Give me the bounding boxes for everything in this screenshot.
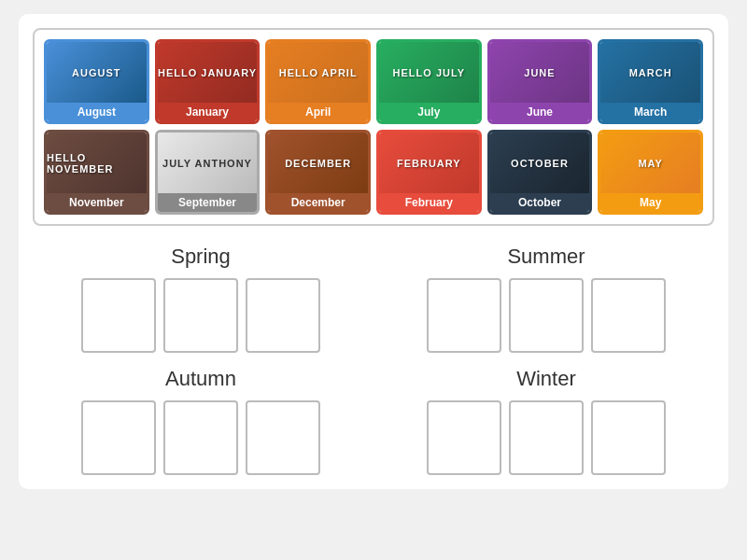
month-tile-may[interactable]: MAYMay (598, 130, 703, 215)
month-tile-march[interactable]: MarchMarch (598, 39, 703, 124)
season-boxes-winter (427, 400, 666, 475)
month-label-september: September (158, 193, 258, 212)
month-label-december: December (268, 193, 368, 212)
month-tile-december[interactable]: DecemberDecember (265, 130, 371, 215)
month-tile-september[interactable]: July AnthonySeptember (155, 130, 261, 215)
month-tile-august[interactable]: AUGUSTAugust (44, 39, 149, 124)
season-group-winter: Winter (388, 367, 705, 475)
season-group-summer: Summer (388, 245, 705, 353)
month-label-january: January (158, 103, 258, 121)
drop-box-winter-1[interactable] (509, 400, 584, 475)
month-label-may: May (600, 193, 700, 212)
month-label-april: April (268, 103, 368, 121)
season-boxes-summer (427, 278, 666, 353)
season-title-winter: Winter (516, 367, 576, 391)
season-group-spring: Spring (42, 245, 359, 353)
season-boxes-autumn (81, 400, 320, 475)
drop-box-summer-2[interactable] (591, 278, 666, 353)
drop-box-winter-2[interactable] (591, 400, 666, 475)
season-title-autumn: Autumn (165, 367, 236, 391)
drop-box-spring-2[interactable] (246, 278, 320, 353)
drop-box-summer-1[interactable] (509, 278, 584, 353)
drop-box-spring-1[interactable] (163, 278, 238, 353)
main-container: AUGUSTAugustHELLO JANUARYJanuaryHello Ap… (19, 14, 728, 489)
month-label-november: November (47, 193, 147, 212)
season-title-spring: Spring (171, 245, 231, 269)
month-label-march: March (600, 103, 700, 121)
month-tile-february[interactable]: FEBRUARYFebruary (376, 130, 482, 215)
month-tile-january[interactable]: HELLO JANUARYJanuary (155, 39, 261, 124)
month-tile-july[interactable]: Hello JULYJuly (376, 39, 482, 124)
drop-box-autumn-0[interactable] (81, 400, 156, 475)
month-label-june: June (490, 103, 590, 121)
months-grid: AUGUSTAugustHELLO JANUARYJanuaryHello Ap… (33, 28, 714, 226)
month-label-october: October (490, 193, 590, 212)
month-tile-june[interactable]: JUNEJune (487, 39, 593, 124)
month-tile-april[interactable]: Hello AprilApril (265, 39, 371, 124)
month-label-february: February (379, 193, 479, 212)
month-tile-october[interactable]: OctoberOctober (487, 130, 593, 215)
month-label-august: August (47, 103, 147, 121)
season-group-autumn: Autumn (42, 367, 359, 475)
month-label-july: July (379, 103, 479, 121)
drop-box-winter-0[interactable] (427, 400, 501, 475)
season-title-summer: Summer (507, 245, 585, 269)
month-tile-november[interactable]: HELLO NovemberNovember (44, 130, 149, 215)
drop-box-summer-0[interactable] (427, 278, 501, 353)
season-boxes-spring (81, 278, 320, 353)
drop-box-spring-0[interactable] (81, 278, 156, 353)
drop-box-autumn-2[interactable] (246, 400, 320, 475)
seasons-container: SpringSummerAutumnWinter (33, 245, 714, 475)
drop-box-autumn-1[interactable] (163, 400, 238, 475)
